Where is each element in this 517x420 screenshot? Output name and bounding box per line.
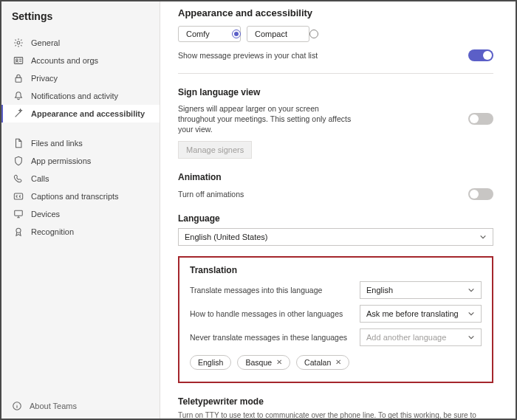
density-comfy[interactable]: Comfy	[178, 26, 241, 42]
translate-into-label: Translate messages into this language	[190, 286, 322, 295]
bell-icon	[13, 91, 24, 101]
sidebar-footer-about[interactable]: About Teams	[1, 393, 160, 419]
document-icon	[13, 138, 24, 148]
svg-point-6	[16, 228, 21, 233]
chip-label: English	[198, 358, 223, 367]
svg-rect-4	[14, 193, 22, 199]
tty-desc: Turn on TTY to use text to communicate o…	[178, 411, 488, 419]
animation-label: Turn off animations	[178, 190, 244, 199]
chip-catalan[interactable]: Catalan ✕	[296, 355, 349, 370]
density-compact[interactable]: Compact	[247, 26, 309, 42]
sidebar-item-label: Devices	[31, 210, 60, 218]
translate-handle-select[interactable]: Ask me before translating	[360, 305, 482, 323]
never-translate-select[interactable]: Add another language	[360, 328, 482, 346]
sidebar-item-label: App permissions	[31, 156, 91, 165]
sidebar-item-recognition[interactable]: Recognition	[1, 223, 160, 241]
sidebar-item-devices[interactable]: Devices	[1, 205, 160, 223]
never-translate-placeholder: Add another language	[366, 333, 446, 342]
animation-heading: Animation	[178, 172, 493, 182]
sidebar-item-notifications[interactable]: Notifications and activity	[1, 87, 160, 105]
svg-point-2	[16, 59, 18, 61]
animation-row: Turn off animations	[178, 188, 493, 200]
sidebar-item-label: Notifications and activity	[31, 92, 118, 100]
sidebar-item-calls[interactable]: Calls	[1, 170, 160, 187]
sidebar-item-label: General	[31, 38, 60, 47]
sidebar-group-1: General Accounts and orgs Privacy Notifi…	[1, 34, 160, 123]
never-translate-row: Never translate messages in these langua…	[190, 328, 482, 346]
cc-icon	[13, 191, 24, 202]
close-icon[interactable]: ✕	[335, 358, 341, 366]
shield-icon	[13, 156, 24, 166]
density-label: Comfy	[186, 30, 210, 38]
gear-icon	[13, 38, 24, 48]
id-card-icon	[13, 55, 24, 66]
ribbon-icon	[13, 227, 24, 237]
svg-rect-1	[14, 58, 22, 64]
chip-english[interactable]: English	[190, 355, 231, 370]
density-label: Compact	[255, 30, 287, 38]
signlang-toggle[interactable]	[468, 113, 493, 125]
previews-row: Show message previews in your chat list	[178, 49, 493, 61]
signlang-heading: Sign language view	[178, 87, 493, 97]
translate-into-select[interactable]: English	[360, 281, 482, 299]
sidebar-item-captions[interactable]: Captions and transcripts	[1, 187, 160, 205]
close-icon[interactable]: ✕	[276, 358, 282, 366]
sidebar-item-privacy[interactable]: Privacy	[1, 69, 160, 87]
chevron-down-icon	[479, 233, 487, 241]
sidebar-item-label: Accounts and orgs	[31, 56, 98, 65]
svg-rect-5	[15, 210, 23, 216]
sidebar-item-label: Files and links	[31, 139, 83, 148]
manage-signers-button[interactable]: Manage signers	[178, 141, 252, 159]
language-heading: Language	[178, 213, 493, 224]
signlang-row: Signers will appear larger on your scree…	[178, 103, 493, 135]
signlang-desc: Signers will appear larger on your scree…	[178, 103, 355, 135]
tty-heading: Teletypewriter mode	[178, 396, 493, 407]
sidebar-item-label: Appearance and accessibility	[31, 109, 145, 118]
chip-basque[interactable]: Basque ✕	[237, 355, 290, 370]
chip-label: Catalan	[304, 358, 331, 367]
chevron-down-icon	[468, 334, 475, 341]
sidebar-item-app-permissions[interactable]: App permissions	[1, 152, 160, 170]
translation-heading: Translation	[190, 265, 482, 275]
phone-icon	[13, 173, 24, 184]
sidebar-item-label: Captions and transcripts	[31, 192, 119, 201]
svg-rect-3	[16, 78, 21, 82]
translate-into-row: Translate messages into this language En…	[190, 281, 482, 299]
settings-sidebar: Settings General Accounts and orgs Priva…	[1, 1, 160, 419]
sidebar-item-label: Privacy	[31, 74, 58, 83]
translate-into-value: English	[366, 286, 393, 295]
sidebar-item-appearance[interactable]: Appearance and accessibility	[1, 105, 160, 123]
chevron-down-icon	[468, 310, 475, 317]
monitor-icon	[13, 209, 24, 219]
translate-handle-value: Ask me before translating	[366, 309, 459, 318]
never-translate-chips: English Basque ✕ Catalan ✕	[190, 355, 482, 370]
previews-label: Show message previews in your chat list	[178, 51, 318, 60]
language-select[interactable]: English (United States)	[178, 228, 493, 246]
sidebar-item-files[interactable]: Files and links	[1, 134, 160, 152]
sidebar-item-label: Recognition	[31, 227, 74, 236]
lock-icon	[13, 73, 24, 83]
density-options: Comfy Compact	[178, 26, 493, 42]
radio-unchecked-icon	[309, 30, 318, 38]
wand-icon	[13, 109, 24, 119]
svg-point-0	[17, 41, 20, 44]
sidebar-item-general[interactable]: General	[1, 34, 160, 52]
sidebar-item-accounts[interactable]: Accounts and orgs	[1, 52, 160, 69]
sidebar-item-label: Calls	[31, 174, 49, 183]
previews-toggle[interactable]	[468, 49, 493, 61]
chevron-down-icon	[468, 286, 475, 294]
info-icon	[12, 401, 22, 411]
translate-handle-label: How to handle messages in other language…	[190, 309, 343, 318]
page-title: Appearance and accessibility	[178, 7, 493, 18]
divider	[178, 73, 493, 74]
settings-window: Settings General Accounts and orgs Priva…	[0, 0, 517, 420]
settings-main: Appearance and accessibility Comfy Compa…	[160, 1, 516, 419]
sidebar-title: Settings	[1, 7, 160, 31]
chip-label: Basque	[245, 358, 272, 367]
sidebar-group-2: Files and links App permissions Calls Ca…	[1, 134, 160, 241]
never-translate-label: Never translate messages in these langua…	[190, 333, 347, 342]
animation-toggle[interactable]	[468, 188, 493, 200]
about-label: About Teams	[30, 402, 77, 410]
translation-section: Translation Translate messages into this…	[178, 256, 493, 383]
language-value: English (United States)	[185, 233, 268, 241]
